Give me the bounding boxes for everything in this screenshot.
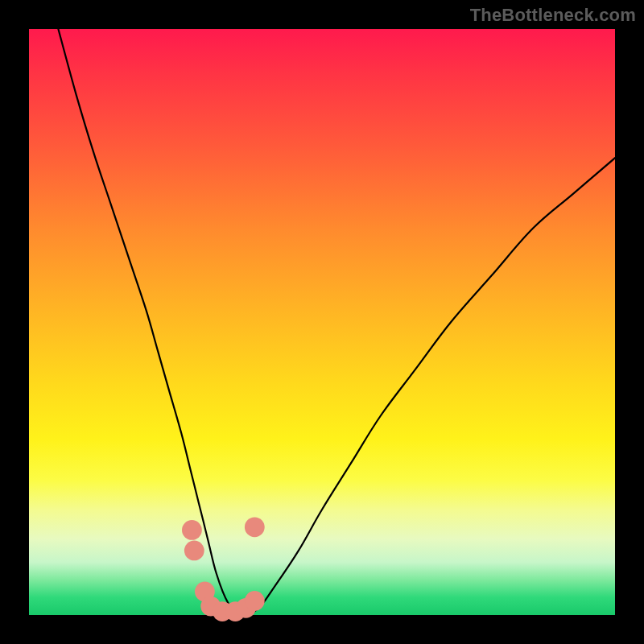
chart-svg (29, 29, 615, 615)
highlight-point (184, 541, 204, 561)
chart-frame: TheBottleneck.com (0, 0, 644, 644)
plot-area (29, 29, 615, 615)
highlight-markers (182, 517, 265, 621)
watermark-text: TheBottleneck.com (470, 5, 636, 26)
highlight-point (245, 517, 265, 537)
highlight-point (182, 520, 202, 540)
highlight-point (245, 591, 265, 611)
bottleneck-curve (58, 29, 615, 615)
